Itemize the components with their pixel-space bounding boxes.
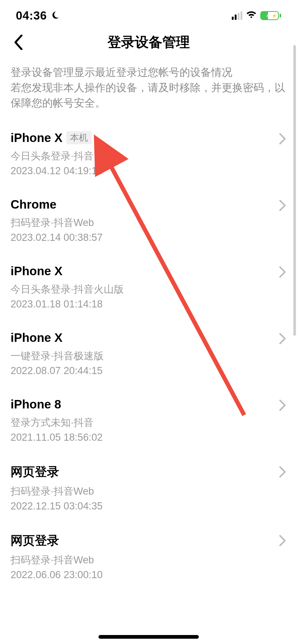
device-name: iPhone 8 (11, 397, 61, 411)
device-login-method: 今日头条登录·抖音 (11, 149, 268, 163)
device-timestamp: 2022.06.06 23:00:10 (11, 567, 268, 582)
device-title-row: iPhone X (11, 264, 268, 278)
description-line1: 登录设备管理显示最近登录过您帐号的设备情况 (11, 65, 286, 80)
device-item[interactable]: Chrome扫码登录·抖音Web2023.02.14 00:38:57 (0, 188, 297, 254)
cellular-signal-icon (232, 11, 242, 20)
device-name: 网页登录 (11, 532, 59, 549)
chevron-right-icon (279, 466, 286, 478)
device-timestamp: 2022.08.07 20:44:15 (11, 363, 268, 378)
device-item[interactable]: 网页登录扫码登录·抖音Web2022.12.15 03:04:35 (0, 454, 297, 523)
chevron-right-icon (279, 133, 286, 145)
device-list[interactable]: iPhone X本机今日头条登录·抖音2023.04.12 04:19:13Ch… (0, 121, 297, 592)
page-title: 登录设备管理 (107, 33, 190, 52)
device-timestamp: 2023.02.14 00:38:57 (11, 230, 268, 245)
device-item[interactable]: 网页登录扫码登录·抖音Web2022.06.06 23:00:10 (0, 523, 297, 592)
device-title-row: iPhone X (11, 330, 268, 345)
device-item[interactable]: iPhone 8登录方式未知·抖音2021.11.05 18:56:02 (0, 388, 297, 454)
chevron-right-icon (279, 399, 286, 411)
status-right: 40 ⚡ (232, 11, 281, 20)
device-login-method: 登录方式未知·抖音 (11, 415, 268, 430)
device-title-row: Chrome (11, 197, 268, 211)
device-login-method: 扫码登录·抖音Web (11, 215, 268, 230)
battery-icon: 40 ⚡ (260, 11, 281, 20)
device-name: 网页登录 (11, 464, 59, 480)
current-device-badge: 本机 (66, 131, 92, 144)
dnd-moon-icon (51, 11, 60, 21)
device-name: iPhone X (11, 330, 63, 345)
device-login-method: 一键登录·抖音极速版 (11, 348, 268, 363)
chevron-right-icon (279, 333, 286, 345)
chevron-right-icon (279, 266, 286, 278)
device-item[interactable]: iPhone X本机今日头条登录·抖音2023.04.12 04:19:13 (0, 121, 297, 188)
device-timestamp: 2022.12.15 03:04:35 (11, 499, 268, 513)
device-title-row: iPhone 8 (11, 397, 268, 411)
chevron-right-icon (279, 535, 286, 547)
device-name: iPhone X (11, 131, 63, 145)
back-button[interactable] (11, 34, 26, 50)
device-timestamp: 2021.11.05 18:56:02 (11, 430, 268, 445)
device-title-row: 网页登录 (11, 464, 268, 480)
description-line2: 若您发现非本人操作的设备，请及时移除，并更换密码，以保障您的帐号安全。 (11, 80, 286, 111)
device-item[interactable]: iPhone X一键登录·抖音极速版2022.08.07 20:44:15 (0, 321, 297, 388)
screen: 04:36 40 ⚡ (0, 0, 297, 644)
chevron-right-icon (279, 199, 286, 211)
device-title-row: 网页登录 (11, 532, 268, 549)
status-bar: 04:36 40 ⚡ (0, 0, 297, 26)
page-description: 登录设备管理显示最近登录过您帐号的设备情况 若您发现非本人操作的设备，请及时移除… (0, 58, 297, 121)
status-left: 04:36 (16, 9, 60, 22)
device-name: iPhone X (11, 264, 63, 278)
device-title-row: iPhone X本机 (11, 131, 268, 145)
page-header: 登录设备管理 (0, 26, 297, 58)
home-indicator[interactable] (98, 635, 199, 639)
device-timestamp: 2023.01.18 01:14:18 (11, 297, 268, 311)
scrollbar[interactable] (293, 45, 296, 336)
device-name: Chrome (11, 197, 56, 211)
device-item[interactable]: iPhone X今日头条登录·抖音火山版2023.01.18 01:14:18 (0, 254, 297, 321)
device-timestamp: 2023.04.12 04:19:13 (11, 163, 268, 178)
device-login-method: 扫码登录·抖音Web (11, 484, 268, 499)
status-time: 04:36 (16, 9, 47, 22)
wifi-icon (246, 11, 257, 20)
device-login-method: 今日头条登录·抖音火山版 (11, 282, 268, 297)
device-login-method: 扫码登录·抖音Web (11, 553, 268, 567)
